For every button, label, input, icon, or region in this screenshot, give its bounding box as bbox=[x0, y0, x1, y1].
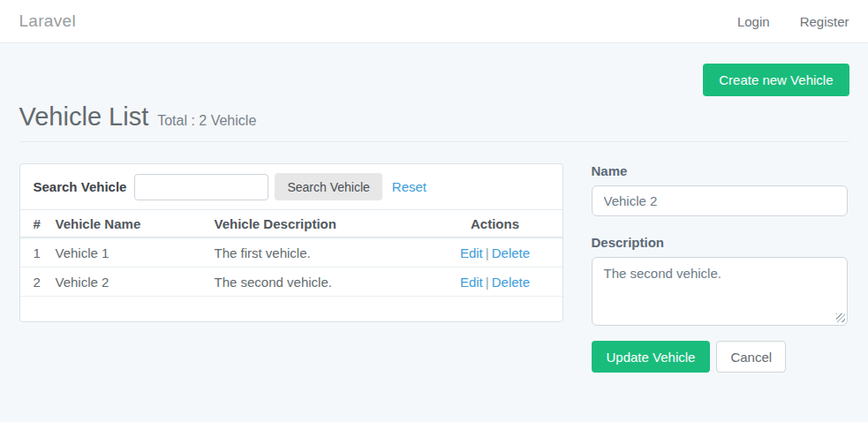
edit-link[interactable]: Edit bbox=[460, 245, 483, 260]
row-vehicle-description: The second vehicle. bbox=[215, 275, 442, 290]
create-new-vehicle-button[interactable]: Create new Vehicle bbox=[703, 64, 849, 96]
search-bar: Search Vehicle Search Vehicle Reset bbox=[20, 164, 562, 209]
header-actions: Actions bbox=[442, 216, 549, 231]
top-navbar: Laravel Login Register bbox=[0, 0, 868, 43]
table-bottom-space bbox=[20, 297, 562, 321]
table-row: 1 Vehicle 1 The first vehicle. Edit|Dele… bbox=[20, 238, 562, 268]
name-field[interactable] bbox=[592, 185, 848, 216]
login-link[interactable]: Login bbox=[737, 14, 770, 29]
cancel-button[interactable]: Cancel bbox=[716, 341, 786, 373]
update-vehicle-button[interactable]: Update Vehicle bbox=[592, 341, 711, 373]
search-button[interactable]: Search Vehicle bbox=[275, 173, 381, 200]
reset-link[interactable]: Reset bbox=[392, 179, 426, 194]
page-title: Vehicle List bbox=[19, 102, 149, 132]
search-label: Search Vehicle bbox=[34, 179, 127, 194]
action-separator: | bbox=[486, 245, 489, 260]
search-input[interactable] bbox=[134, 174, 268, 200]
textarea-resize-handle[interactable] bbox=[836, 313, 845, 322]
row-index: 1 bbox=[34, 245, 56, 260]
row-vehicle-description: The first vehicle. bbox=[215, 245, 442, 260]
header-vehicle-description: Vehicle Description bbox=[215, 216, 442, 231]
register-link[interactable]: Register bbox=[800, 14, 849, 29]
description-label: Description bbox=[592, 235, 848, 250]
table-row: 2 Vehicle 2 The second vehicle. Edit|Del… bbox=[20, 268, 562, 297]
heading-divider bbox=[19, 141, 849, 142]
navbar-links: Login Register bbox=[737, 14, 849, 29]
delete-link[interactable]: Delete bbox=[492, 275, 530, 290]
table-header-row: # Vehicle Name Vehicle Description Actio… bbox=[20, 209, 562, 238]
header-index: # bbox=[34, 216, 56, 231]
edit-link[interactable]: Edit bbox=[460, 275, 483, 290]
delete-link[interactable]: Delete bbox=[492, 245, 530, 260]
brand-link[interactable]: Laravel bbox=[19, 11, 76, 31]
row-vehicle-name: Vehicle 1 bbox=[56, 245, 215, 260]
name-label: Name bbox=[592, 163, 848, 178]
total-count-text: Total : 2 Vehicle bbox=[157, 113, 256, 129]
action-separator: | bbox=[486, 275, 489, 290]
row-index: 2 bbox=[34, 275, 56, 290]
row-vehicle-name: Vehicle 2 bbox=[56, 275, 215, 290]
header-vehicle-name: Vehicle Name bbox=[56, 216, 215, 231]
vehicle-edit-form: Name Description The second vehicle. Upd… bbox=[592, 163, 848, 373]
vehicle-list-panel: Search Vehicle Search Vehicle Reset # Ve… bbox=[19, 163, 563, 322]
vehicle-table: # Vehicle Name Vehicle Description Actio… bbox=[20, 209, 562, 321]
description-field[interactable]: The second vehicle. bbox=[592, 257, 848, 326]
